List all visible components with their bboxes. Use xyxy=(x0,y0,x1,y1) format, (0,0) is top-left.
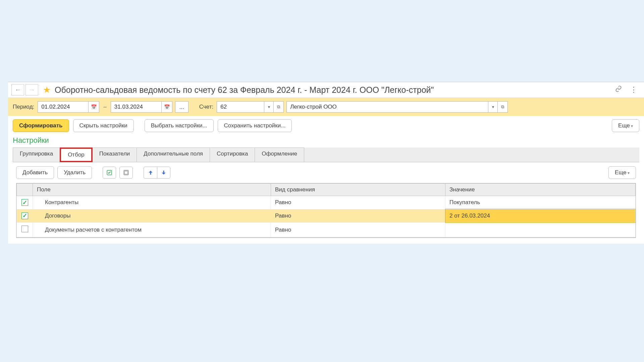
row-comparison[interactable]: Равно xyxy=(271,196,445,209)
calendar-icon: 📅 xyxy=(164,104,170,110)
row-value[interactable]: 2 от 26.03.2024 xyxy=(445,209,636,223)
nav-forward-button[interactable]: → xyxy=(25,84,38,96)
move-down-button[interactable] xyxy=(157,167,170,179)
table-row[interactable]: ✓ Договоры Равно 2 от 26.03.2024 xyxy=(17,209,636,223)
tab-grouping[interactable]: Группировка xyxy=(13,147,60,162)
arrow-down-icon xyxy=(161,170,167,176)
account-open-button[interactable]: ⧉ xyxy=(273,102,283,112)
period-from-calendar-button[interactable]: 📅 xyxy=(88,102,99,112)
account-label: Счет: xyxy=(199,104,213,110)
row-field: Контрагенты xyxy=(37,199,78,206)
filter-more-button[interactable]: Еще xyxy=(608,166,636,179)
period-label: Период: xyxy=(13,104,34,110)
move-buttons-group xyxy=(144,167,170,179)
tab-extra-fields[interactable]: Дополнительные поля xyxy=(137,147,210,162)
chevron-down-icon: ▾ xyxy=(268,105,270,109)
actions-more-button[interactable]: Еще xyxy=(612,119,639,132)
period-to-calendar-button[interactable]: 📅 xyxy=(161,102,172,112)
filter-table-wrapper: Поле Вид сравнения Значение ✓ Контрагент… xyxy=(16,183,636,238)
header-bar: ← → ★ Оборотно-сальдовая ведомость по сч… xyxy=(8,82,644,98)
filter-header-value: Значение xyxy=(445,184,636,196)
org-dropdown-button[interactable]: ▾ xyxy=(488,102,497,112)
filter-toolbar: Добавить Удалить Еще xyxy=(8,162,644,183)
svg-rect-2 xyxy=(125,171,128,174)
org-input[interactable] xyxy=(287,102,488,112)
kebab-menu-icon[interactable]: ⋮ xyxy=(630,85,637,94)
period-from-input[interactable] xyxy=(38,102,88,112)
period-dash: – xyxy=(102,104,108,110)
period-bar: Период: 📅 – 📅 ... Счет: ▾ ⧉ xyxy=(8,98,644,116)
link-icon[interactable] xyxy=(615,85,622,94)
period-picker-button[interactable]: ... xyxy=(175,101,189,113)
add-filter-button[interactable]: Добавить xyxy=(16,166,54,179)
row-checkbox[interactable]: ✓ xyxy=(21,213,28,219)
nav-back-button[interactable]: ← xyxy=(11,84,24,96)
choose-settings-button[interactable]: Выбрать настройки... xyxy=(145,119,214,132)
app-window: ← → ★ Оборотно-сальдовая ведомость по сч… xyxy=(8,82,644,244)
account-dropdown-button[interactable]: ▾ xyxy=(264,102,273,112)
generate-button[interactable]: Сформировать xyxy=(13,119,69,132)
row-checkbox[interactable]: ✓ xyxy=(21,199,28,206)
period-from-group: 📅 xyxy=(38,101,99,113)
popup-icon: ⧉ xyxy=(501,104,504,109)
row-comparison[interactable]: Равно xyxy=(271,209,445,223)
save-settings-button[interactable]: Сохранить настройки... xyxy=(218,119,292,132)
filter-table: Поле Вид сравнения Значение ✓ Контрагент… xyxy=(16,183,636,237)
filter-header-checkbox xyxy=(17,184,33,196)
filter-header-field: Поле xyxy=(33,184,271,196)
page-title: Оборотно-сальдовая ведомость по счету 62… xyxy=(55,85,610,95)
move-up-button[interactable] xyxy=(144,167,157,179)
org-group: ▾ ⧉ xyxy=(286,101,508,113)
actions-bar: Сформировать Скрыть настройки Выбрать на… xyxy=(8,116,644,135)
row-checkbox[interactable] xyxy=(21,226,28,232)
chevron-down-icon: ▾ xyxy=(492,105,494,109)
favorite-star-icon[interactable]: ★ xyxy=(43,85,51,95)
delete-filter-button[interactable]: Удалить xyxy=(57,166,92,179)
account-input[interactable] xyxy=(217,102,264,112)
table-row[interactable]: Документы расчетов с контрагентом Равно xyxy=(17,223,636,237)
row-field: Документы расчетов с контрагентом xyxy=(37,227,142,233)
tab-formatting[interactable]: Оформление xyxy=(255,147,304,162)
tab-filter[interactable]: Отбор xyxy=(60,147,93,162)
arrow-left-icon: ← xyxy=(15,86,21,94)
settings-tabs: Группировка Отбор Показатели Дополнитель… xyxy=(13,147,639,162)
tab-sorting[interactable]: Сортировка xyxy=(210,147,255,162)
settings-heading: Настройки xyxy=(8,135,644,147)
period-to-group: 📅 xyxy=(111,101,172,113)
popup-icon: ⧉ xyxy=(277,104,280,109)
row-field: Договоры xyxy=(37,213,70,219)
table-row[interactable]: ✓ Контрагенты Равно Покупатель xyxy=(17,196,636,209)
tab-indicators[interactable]: Показатели xyxy=(92,147,137,162)
uncheck-all-button[interactable] xyxy=(119,167,133,179)
org-open-button[interactable]: ⧉ xyxy=(497,102,507,112)
row-value[interactable]: Покупатель xyxy=(445,196,636,209)
table-footer-strip xyxy=(16,238,636,244)
uncheck-all-icon xyxy=(123,170,129,176)
calendar-icon: 📅 xyxy=(91,104,97,110)
arrow-up-icon xyxy=(148,170,154,176)
filter-table-header-row: Поле Вид сравнения Значение xyxy=(17,184,636,196)
account-group: ▾ ⧉ xyxy=(217,101,284,113)
arrow-right-icon: → xyxy=(29,86,35,94)
filter-header-comparison: Вид сравнения xyxy=(271,184,445,196)
row-value[interactable] xyxy=(445,223,636,237)
hide-settings-button[interactable]: Скрыть настройки xyxy=(73,119,134,132)
check-all-icon xyxy=(106,170,112,176)
period-to-input[interactable] xyxy=(111,102,161,112)
check-all-button[interactable] xyxy=(103,167,116,179)
row-comparison[interactable]: Равно xyxy=(271,223,445,237)
